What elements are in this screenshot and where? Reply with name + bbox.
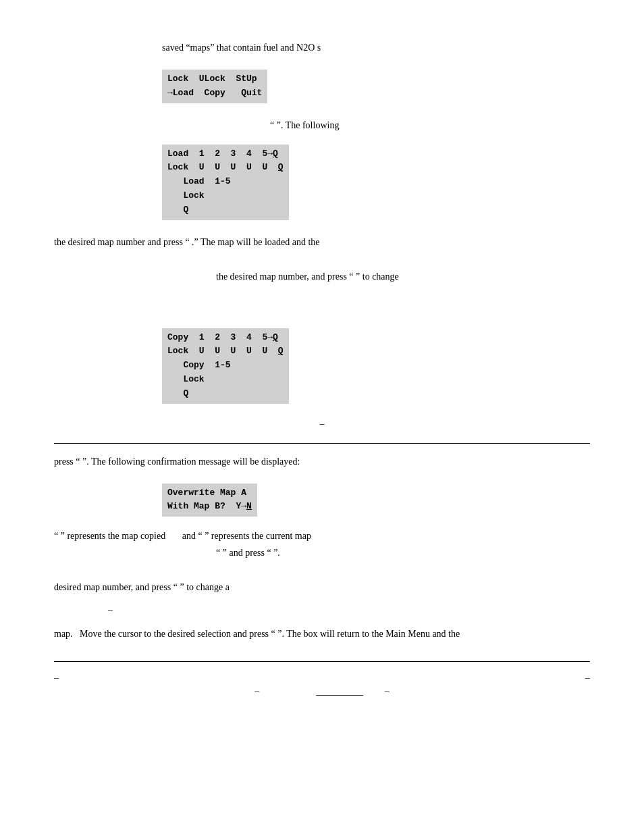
separator-line-1: [54, 443, 590, 444]
desired-map-text: desired map number, and press “ ” to cha…: [54, 580, 590, 594]
bottom-center-em: –: [585, 673, 590, 683]
intro-text: saved “maps” that contain fuel and N2O s: [162, 41, 590, 55]
em-dash-2: –: [108, 605, 590, 616]
page-content: saved “maps” that contain fuel and N2O s…: [54, 41, 590, 697]
represents-text: “ ” represents the map copied and “ ” re…: [54, 529, 590, 543]
separator-line-2: [54, 661, 590, 662]
map-load-text: the desired map number and press “ .” Th…: [54, 235, 590, 249]
bottom-underline: [316, 686, 363, 697]
bottom-em3: –: [254, 686, 316, 697]
press-text: press “ ”. The following confirmation me…: [54, 454, 590, 469]
bottom-area: – – – –: [54, 673, 590, 697]
quote-text: “ ”. The following: [270, 118, 590, 132]
load-block: Load 1 2 3 4 5→Q Lock U U U U U Q Load 1…: [162, 145, 289, 220]
represents-text-2: “ ” and press “ ”.: [216, 546, 590, 560]
copy-block: Copy 1 2 3 4 5→Q Lock U U U U U Q Copy 1…: [162, 328, 289, 404]
map-number-text: the desired map number, and press “ ” to…: [216, 269, 590, 284]
overwrite-block: Overwrite Map A With Map B? Y→N: [162, 484, 257, 517]
em-dash-1: –: [54, 419, 590, 429]
menu-block-1: Lock ULock StUp →Load Copy Quit: [162, 70, 267, 103]
bottom-left-em: –: [54, 673, 59, 683]
bottom-em4: –: [363, 686, 390, 697]
map-move-text: map. Move the cursor to the desired sele…: [54, 627, 590, 641]
